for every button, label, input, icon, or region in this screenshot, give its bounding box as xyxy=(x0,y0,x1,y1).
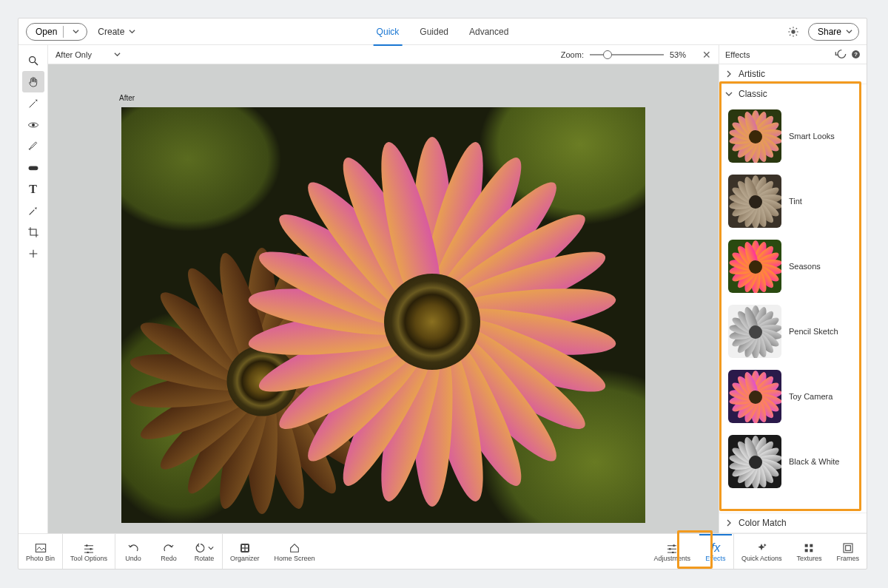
canvas-area[interactable]: After xyxy=(48,64,719,533)
artistic-label: Artistic xyxy=(739,69,765,79)
share-label: Share xyxy=(818,27,841,37)
chevron-right-icon xyxy=(725,70,733,78)
undo-button[interactable]: Undo xyxy=(115,534,151,569)
zoom-tool[interactable] xyxy=(22,50,44,71)
photo-canvas[interactable] xyxy=(121,107,645,523)
brightness-icon[interactable] xyxy=(787,26,799,38)
svg-line-8 xyxy=(796,28,797,29)
sparkles-icon xyxy=(756,542,767,554)
wand-icon xyxy=(27,98,39,109)
move-tool[interactable] xyxy=(22,243,44,264)
svg-rect-12 xyxy=(29,166,38,170)
create-button[interactable]: Create xyxy=(98,27,135,37)
svg-point-26 xyxy=(672,551,674,552)
category-color-match[interactable]: Color Match xyxy=(719,513,867,533)
reset-icon[interactable] xyxy=(835,50,847,58)
frames-button[interactable]: Frames xyxy=(829,534,867,569)
rotate-label: Rotate xyxy=(195,555,215,562)
effect-item-seasons[interactable]: Seasons xyxy=(719,234,867,299)
organizer-button[interactable]: Organizer xyxy=(223,534,267,569)
svg-line-10 xyxy=(35,62,38,65)
open-label: Open xyxy=(36,27,57,37)
svg-rect-27 xyxy=(805,544,808,547)
effect-item-tint[interactable]: Tint xyxy=(719,169,867,234)
text-tool[interactable]: T xyxy=(22,178,44,200)
svg-point-18 xyxy=(87,551,89,552)
effects-button[interactable]: fxEffects xyxy=(698,534,733,569)
tab-quick[interactable]: Quick xyxy=(377,18,400,45)
spot-heal-tool[interactable] xyxy=(22,157,44,178)
classic-effects-list: Smart LooksTintSeasonsPencil SketchToy C… xyxy=(719,104,867,513)
effect-item-black-white[interactable]: Black & White xyxy=(719,429,867,494)
share-button[interactable]: Share xyxy=(808,23,859,41)
classic-label: Classic xyxy=(739,89,767,99)
svg-point-9 xyxy=(29,56,35,62)
tab-guided[interactable]: Guided xyxy=(420,18,448,45)
chevron-right-icon xyxy=(725,519,733,527)
category-artistic[interactable]: Artistic xyxy=(719,64,867,84)
zoom-thumb[interactable] xyxy=(603,50,612,59)
top-toolbar: Open Create Quick Guided Advanced Share xyxy=(18,18,867,45)
svg-rect-21 xyxy=(245,545,247,547)
chevron-down-icon xyxy=(725,90,733,98)
photo-bin-icon xyxy=(35,543,47,553)
brush-icon xyxy=(27,141,39,152)
redo-icon xyxy=(163,543,175,553)
zoom-value: 53% xyxy=(670,50,686,59)
effect-thumbnail xyxy=(728,305,781,358)
effect-label: Smart Looks xyxy=(789,132,835,141)
svg-point-16 xyxy=(86,544,88,547)
chevron-down-icon xyxy=(114,51,121,58)
whiten-tool[interactable] xyxy=(22,200,44,221)
effect-thumbnail xyxy=(728,109,781,163)
svg-rect-22 xyxy=(242,548,244,550)
panel-header-icons: ? xyxy=(835,50,861,59)
svg-line-7 xyxy=(790,34,790,35)
category-classic[interactable]: Classic xyxy=(719,84,867,104)
help-icon[interactable]: ? xyxy=(851,50,861,59)
chevron-down-icon xyxy=(129,28,135,35)
svg-rect-28 xyxy=(810,544,813,547)
quick-selection-tool[interactable] xyxy=(22,92,44,114)
svg-line-6 xyxy=(796,34,797,35)
zoom-label: Zoom: xyxy=(561,50,584,59)
quick-actions-button[interactable]: Quick Actions xyxy=(734,534,790,569)
effect-thumbnail xyxy=(728,240,781,293)
close-document-button[interactable]: ✕ xyxy=(702,49,711,61)
magnifier-icon xyxy=(27,55,39,67)
crop-icon xyxy=(27,226,39,238)
home-button[interactable]: Home Screen xyxy=(267,534,323,569)
effect-item-toy-camera[interactable]: Toy Camera xyxy=(719,364,867,429)
sub-toolbar: After Only Zoom: 53% ✕ xyxy=(48,45,719,64)
zoom-controls: Zoom: 53% ✕ xyxy=(561,49,711,61)
rotate-button[interactable]: Rotate xyxy=(186,534,222,569)
tool-options-button[interactable]: Tool Options xyxy=(63,534,115,569)
crop-tool[interactable] xyxy=(22,221,44,243)
textures-icon xyxy=(803,542,815,554)
brush-tool[interactable] xyxy=(22,135,44,157)
top-right-group: Share xyxy=(787,23,859,41)
organizer-icon xyxy=(239,542,251,554)
adjustments-icon xyxy=(666,543,678,553)
effect-item-smart-looks[interactable]: Smart Looks xyxy=(719,104,867,169)
center-area: After Only Zoom: 53% ✕ After xyxy=(48,45,719,533)
svg-rect-20 xyxy=(242,545,244,547)
redeye-tool[interactable] xyxy=(22,114,44,135)
adjustments-button[interactable]: Adjustments xyxy=(646,534,698,569)
mode-tabs: Quick Guided Advanced xyxy=(377,18,509,45)
panel-title: Effects xyxy=(725,50,750,59)
view-dropdown[interactable]: After Only xyxy=(56,50,121,59)
hand-tool[interactable] xyxy=(22,71,44,92)
zoom-slider[interactable] xyxy=(590,54,664,55)
effect-item-pencil-sketch[interactable]: Pencil Sketch xyxy=(719,299,867,364)
redo-button[interactable]: Redo xyxy=(151,534,186,569)
photo-bin-button[interactable]: Photo Bin xyxy=(18,534,62,569)
svg-rect-31 xyxy=(844,544,852,552)
tab-advanced[interactable]: Advanced xyxy=(469,18,508,45)
svg-text:?: ? xyxy=(854,51,858,58)
svg-point-11 xyxy=(32,124,35,126)
effects-panel: Effects ? Artistic Classic Smart LooksTi… xyxy=(719,45,867,533)
open-button[interactable]: Open xyxy=(26,23,87,41)
frames-icon xyxy=(842,542,854,554)
textures-button[interactable]: Textures xyxy=(789,534,829,569)
